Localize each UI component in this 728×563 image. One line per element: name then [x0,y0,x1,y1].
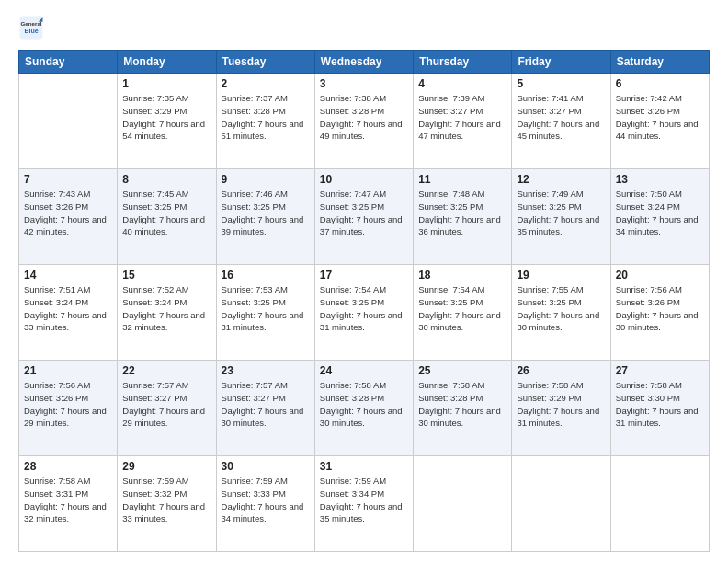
day-cell: 23 Sunrise: 7:57 AMSunset: 3:27 PMDaylig… [216,361,314,456]
day-number: 7 [24,173,112,186]
day-number: 28 [24,460,112,473]
week-row-1: 1 Sunrise: 7:35 AMSunset: 3:29 PMDayligh… [19,74,710,169]
day-number: 27 [616,364,704,377]
day-cell: 27 Sunrise: 7:58 AMSunset: 3:30 PMDaylig… [610,361,709,456]
day-cell: 31 Sunrise: 7:59 AMSunset: 3:34 PMDaylig… [314,456,413,552]
day-info: Sunrise: 7:55 AMSunset: 3:25 PMDaylight:… [517,283,605,334]
day-cell [19,74,118,169]
week-row-4: 21 Sunrise: 7:56 AMSunset: 3:26 PMDaylig… [19,361,710,456]
day-info: Sunrise: 7:59 AMSunset: 3:32 PMDaylight:… [122,475,210,525]
day-number: 16 [222,269,310,282]
day-cell: 24 Sunrise: 7:58 AMSunset: 3:28 PMDaylig… [314,361,413,456]
day-number: 9 [222,173,310,186]
day-info: Sunrise: 7:54 AMSunset: 3:25 PMDaylight:… [418,283,506,334]
day-number: 24 [320,364,408,377]
day-info: Sunrise: 7:52 AMSunset: 3:24 PMDaylight:… [122,283,210,334]
day-number: 26 [517,364,605,377]
day-cell [610,456,709,552]
day-number: 25 [418,364,506,377]
logo: General Blue [18,15,44,40]
day-cell: 11 Sunrise: 7:48 AMSunset: 3:25 PMDaylig… [414,169,512,265]
day-cell: 26 Sunrise: 7:58 AMSunset: 3:29 PMDaylig… [512,361,610,456]
day-number: 31 [320,460,408,473]
weekday-header-thursday: Thursday [414,51,512,74]
day-info: Sunrise: 7:43 AMSunset: 3:26 PMDaylight:… [24,188,112,238]
day-number: 14 [24,269,112,282]
day-cell: 20 Sunrise: 7:56 AMSunset: 3:26 PMDaylig… [610,265,709,361]
day-number: 5 [517,77,605,90]
day-cell: 25 Sunrise: 7:58 AMSunset: 3:28 PMDaylig… [414,361,512,456]
svg-text:Blue: Blue [24,28,38,34]
day-cell: 12 Sunrise: 7:49 AMSunset: 3:25 PMDaylig… [512,169,610,265]
week-row-2: 7 Sunrise: 7:43 AMSunset: 3:26 PMDayligh… [19,169,710,265]
day-info: Sunrise: 7:58 AMSunset: 3:28 PMDaylight:… [320,379,408,430]
day-cell: 22 Sunrise: 7:57 AMSunset: 3:27 PMDaylig… [118,361,216,456]
day-info: Sunrise: 7:50 AMSunset: 3:24 PMDaylight:… [616,188,704,238]
day-number: 18 [418,269,506,282]
day-cell: 19 Sunrise: 7:55 AMSunset: 3:25 PMDaylig… [512,265,610,361]
day-cell: 28 Sunrise: 7:58 AMSunset: 3:31 PMDaylig… [19,456,118,552]
day-info: Sunrise: 7:53 AMSunset: 3:25 PMDaylight:… [222,283,310,334]
day-info: Sunrise: 7:59 AMSunset: 3:34 PMDaylight:… [320,475,408,525]
day-number: 17 [320,269,408,282]
day-info: Sunrise: 7:59 AMSunset: 3:33 PMDaylight:… [222,475,310,525]
day-info: Sunrise: 7:49 AMSunset: 3:25 PMDaylight:… [517,188,605,238]
day-info: Sunrise: 7:38 AMSunset: 3:28 PMDaylight:… [320,92,408,143]
day-info: Sunrise: 7:35 AMSunset: 3:29 PMDaylight:… [122,92,210,143]
day-info: Sunrise: 7:58 AMSunset: 3:31 PMDaylight:… [24,475,112,525]
day-cell: 7 Sunrise: 7:43 AMSunset: 3:26 PMDayligh… [19,169,118,265]
day-info: Sunrise: 7:57 AMSunset: 3:27 PMDaylight:… [222,379,310,430]
day-cell: 4 Sunrise: 7:39 AMSunset: 3:27 PMDayligh… [414,74,512,169]
calendar-table: SundayMondayTuesdayWednesdayThursdayFrid… [18,50,710,552]
day-cell: 13 Sunrise: 7:50 AMSunset: 3:24 PMDaylig… [610,169,709,265]
day-number: 6 [616,77,704,90]
day-number: 15 [122,269,210,282]
weekday-header-tuesday: Tuesday [216,51,314,74]
weekday-header-friday: Friday [512,51,610,74]
day-cell: 29 Sunrise: 7:59 AMSunset: 3:32 PMDaylig… [118,456,216,552]
day-number: 29 [122,460,210,473]
day-info: Sunrise: 7:58 AMSunset: 3:28 PMDaylight:… [418,379,506,430]
day-info: Sunrise: 7:57 AMSunset: 3:27 PMDaylight:… [122,379,210,430]
day-info: Sunrise: 7:56 AMSunset: 3:26 PMDaylight:… [616,283,704,334]
week-row-5: 28 Sunrise: 7:58 AMSunset: 3:31 PMDaylig… [19,456,710,552]
page: General Blue SundayMondayTuesdayWednesda… [0,0,728,563]
day-info: Sunrise: 7:48 AMSunset: 3:25 PMDaylight:… [418,188,506,238]
logo-icon: General Blue [18,15,44,40]
day-info: Sunrise: 7:51 AMSunset: 3:24 PMDaylight:… [24,283,112,334]
day-cell [512,456,610,552]
day-cell: 15 Sunrise: 7:52 AMSunset: 3:24 PMDaylig… [118,265,216,361]
day-number: 30 [222,460,310,473]
weekday-header-monday: Monday [118,51,216,74]
day-cell: 1 Sunrise: 7:35 AMSunset: 3:29 PMDayligh… [118,74,216,169]
day-info: Sunrise: 7:56 AMSunset: 3:26 PMDaylight:… [24,379,112,430]
weekday-header-saturday: Saturday [610,51,709,74]
day-cell: 9 Sunrise: 7:46 AMSunset: 3:25 PMDayligh… [216,169,314,265]
day-number: 3 [320,77,408,90]
day-info: Sunrise: 7:41 AMSunset: 3:27 PMDaylight:… [517,92,605,143]
day-cell: 8 Sunrise: 7:45 AMSunset: 3:25 PMDayligh… [118,169,216,265]
day-number: 11 [418,173,506,186]
header: General Blue [18,15,710,40]
day-cell: 5 Sunrise: 7:41 AMSunset: 3:27 PMDayligh… [512,74,610,169]
day-number: 2 [222,77,310,90]
day-cell: 14 Sunrise: 7:51 AMSunset: 3:24 PMDaylig… [19,265,118,361]
day-cell: 18 Sunrise: 7:54 AMSunset: 3:25 PMDaylig… [414,265,512,361]
day-number: 23 [222,364,310,377]
weekday-header-wednesday: Wednesday [314,51,413,74]
day-number: 10 [320,173,408,186]
day-info: Sunrise: 7:42 AMSunset: 3:26 PMDaylight:… [616,92,704,143]
day-info: Sunrise: 7:58 AMSunset: 3:30 PMDaylight:… [616,379,704,430]
day-number: 12 [517,173,605,186]
day-cell [414,456,512,552]
day-info: Sunrise: 7:46 AMSunset: 3:25 PMDaylight:… [222,188,310,238]
day-number: 4 [418,77,506,90]
day-cell: 3 Sunrise: 7:38 AMSunset: 3:28 PMDayligh… [314,74,413,169]
day-info: Sunrise: 7:58 AMSunset: 3:29 PMDaylight:… [517,379,605,430]
day-cell: 17 Sunrise: 7:54 AMSunset: 3:25 PMDaylig… [314,265,413,361]
day-cell: 16 Sunrise: 7:53 AMSunset: 3:25 PMDaylig… [216,265,314,361]
day-number: 19 [517,269,605,282]
day-cell: 30 Sunrise: 7:59 AMSunset: 3:33 PMDaylig… [216,456,314,552]
day-info: Sunrise: 7:45 AMSunset: 3:25 PMDaylight:… [122,188,210,238]
day-number: 21 [24,364,112,377]
